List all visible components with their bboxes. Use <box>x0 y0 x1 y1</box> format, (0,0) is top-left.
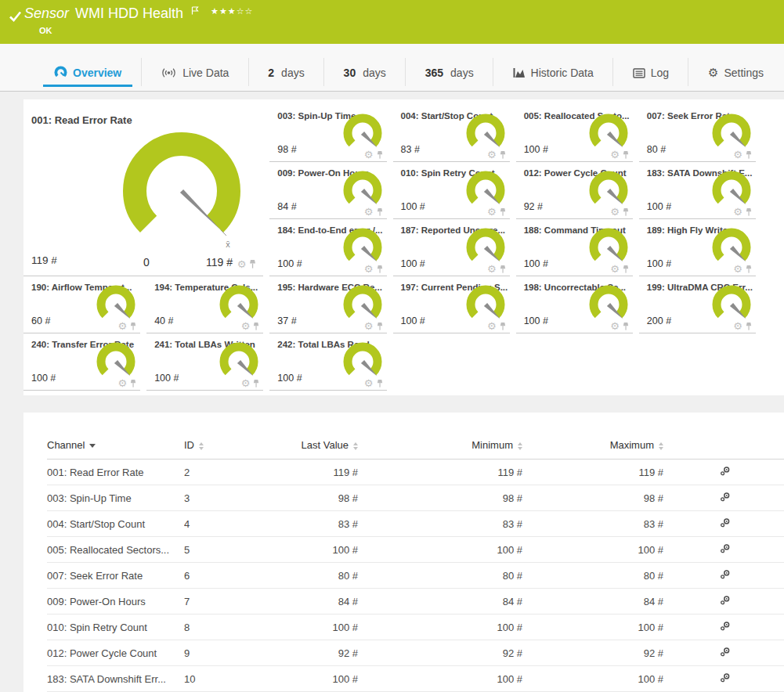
pin-icon[interactable] <box>622 265 630 274</box>
gauge-panel[interactable]: 197: Current Pending S... 100 # ⚙ <box>393 276 510 333</box>
pin-icon[interactable] <box>622 150 630 160</box>
channel-settings-gear-icon[interactable]: ⚙ <box>118 378 128 388</box>
pin-icon[interactable] <box>129 322 137 331</box>
tab-settings[interactable]: ⚙ Settings <box>697 67 775 91</box>
rating-stars[interactable]: ★★★☆☆ <box>211 6 253 16</box>
pin-icon[interactable] <box>745 207 753 217</box>
channel-settings-gear-icon[interactable]: ⚙ <box>487 150 497 160</box>
channel-settings-gear-icon[interactable]: ⚙ <box>610 207 620 217</box>
pin-icon[interactable] <box>622 322 630 331</box>
gauge-panel[interactable]: 012: Power Cycle Count 92 # ⚙ <box>516 162 633 219</box>
gauge-panel[interactable]: 005: Reallocated Secto... 100 # ⚙ <box>516 105 633 162</box>
pin-icon[interactable] <box>376 379 384 388</box>
channel-settings-gear-icon[interactable]: ⚙ <box>118 321 128 331</box>
gauge-panel[interactable]: 195: Hardware ECC Re... 37 # ⚙ <box>269 276 386 333</box>
pin-icon[interactable] <box>376 322 384 331</box>
edit-channel-gears-icon[interactable] <box>720 647 731 657</box>
channel-settings-gear-icon[interactable]: ⚙ <box>487 321 497 331</box>
column-header-minimum[interactable]: Minimum <box>364 436 529 460</box>
edit-channel-gears-icon[interactable] <box>720 595 731 605</box>
channel-settings-gear-icon[interactable]: ⚙ <box>733 207 742 217</box>
gauge-panel[interactable]: 184: End-to-End error /... 100 # ⚙ <box>269 219 386 276</box>
edit-channel-gears-icon[interactable] <box>720 517 731 528</box>
pin-icon[interactable] <box>622 207 630 217</box>
table-row[interactable]: 183: SATA Downshift Err... 10 100 # 100 … <box>47 666 784 692</box>
pin-icon[interactable] <box>248 259 257 269</box>
edit-channel-gears-icon[interactable] <box>720 466 731 476</box>
pin-icon[interactable] <box>129 379 137 388</box>
channel-settings-gear-icon[interactable]: ⚙ <box>733 321 742 331</box>
gauge-panel[interactable]: 241: Total LBAs Written 100 # ⚙ <box>146 333 263 391</box>
table-row[interactable]: 005: Reallocated Sectors... 5 100 # 100 … <box>47 537 784 563</box>
column-header-id[interactable]: ID <box>184 436 258 460</box>
channel-settings-gear-icon[interactable]: ⚙ <box>241 378 251 388</box>
gauge-panel[interactable]: 004: Start/Stop Count 83 # ⚙ <box>393 105 510 162</box>
gauge-panel-primary[interactable]: 001: Read Error Rate x̄ 0 119 # 119 # ⚙ <box>23 105 263 276</box>
gauge-panel[interactable]: 010: Spin Retry Count 100 # ⚙ <box>393 162 510 219</box>
table-row[interactable]: 004: Start/Stop Count 4 83 # 83 # 83 # <box>47 511 784 537</box>
channel-settings-gear-icon[interactable]: ⚙ <box>733 264 742 274</box>
pin-icon[interactable] <box>376 265 384 274</box>
edit-channel-gears-icon[interactable] <box>720 569 731 579</box>
gauge-panel[interactable]: 189: High Fly Writes 100 # ⚙ <box>639 219 756 276</box>
table-row[interactable]: 009: Power-On Hours 7 84 # 84 # 84 # <box>47 589 784 615</box>
flag-icon[interactable] <box>191 6 200 15</box>
table-row[interactable]: 010: Spin Retry Count 8 100 # 100 # 100 … <box>47 615 784 640</box>
edit-channel-gears-icon[interactable] <box>720 621 731 631</box>
gauge-panel[interactable]: 009: Power-On Hours 84 # ⚙ <box>269 162 386 219</box>
gauge-panel[interactable]: 190: Airflow Temperat... 60 # ⚙ <box>23 276 140 333</box>
column-header-last-value[interactable]: Last Value <box>258 436 364 460</box>
tab-live-data[interactable]: Live Data <box>150 67 240 91</box>
edit-channel-gears-icon[interactable] <box>720 672 731 683</box>
channel-settings-gear-icon[interactable]: ⚙ <box>364 378 374 388</box>
channel-settings-gear-icon[interactable]: ⚙ <box>364 321 374 331</box>
gauge-panel[interactable]: 240: Transfer Error Rate 100 # ⚙ <box>23 333 140 391</box>
column-header-channel[interactable]: Channel <box>47 436 184 460</box>
pin-icon[interactable] <box>376 207 384 217</box>
channel-settings-gear-icon[interactable]: ⚙ <box>733 150 742 160</box>
tab-30-days[interactable]: 30 days <box>333 67 397 91</box>
table-row[interactable]: 003: Spin-Up Time 3 98 # 98 # 98 # <box>47 485 784 511</box>
pin-icon[interactable] <box>376 150 384 160</box>
pin-icon[interactable] <box>745 265 753 274</box>
channel-settings-gear-icon[interactable]: ⚙ <box>364 207 374 217</box>
gauge-panel[interactable]: 198: Uncorrectable Se... 100 # ⚙ <box>516 276 633 333</box>
edit-channel-gears-icon[interactable] <box>720 492 731 502</box>
table-row[interactable]: 007: Seek Error Rate 6 80 # 80 # 80 # <box>47 563 784 589</box>
tab-2-days[interactable]: 2 days <box>257 67 315 91</box>
gauge-panel[interactable]: 007: Seek Error Rate 80 # ⚙ <box>639 105 756 162</box>
pin-icon[interactable] <box>499 150 507 160</box>
gauge-panel[interactable]: 187: Reported Uncorre... 100 # ⚙ <box>393 219 510 276</box>
tab-label: days <box>450 67 474 79</box>
channel-settings-gear-icon[interactable]: ⚙ <box>610 264 620 274</box>
column-header-maximum[interactable]: Maximum <box>529 436 670 460</box>
pin-icon[interactable] <box>745 150 753 160</box>
tab-log[interactable]: Log <box>622 67 680 91</box>
tab-overview[interactable]: Overview <box>43 66 132 91</box>
edit-channel-gears-icon[interactable] <box>720 543 731 553</box>
channel-settings-gear-icon[interactable]: ⚙ <box>241 321 251 331</box>
gauge-panel[interactable]: 194: Temperature Cels... 40 # ⚙ <box>146 276 263 333</box>
channel-settings-gear-icon[interactable]: ⚙ <box>610 150 620 160</box>
pin-icon[interactable] <box>499 265 507 274</box>
pin-icon[interactable] <box>499 207 507 217</box>
table-row[interactable]: 001: Read Error Rate 2 119 # 119 # 119 # <box>47 460 784 485</box>
pin-icon[interactable] <box>745 322 753 331</box>
gauge-panel[interactable]: 183: SATA Downshift E... 100 # ⚙ <box>639 162 756 219</box>
channel-settings-gear-icon[interactable]: ⚙ <box>487 207 497 217</box>
channel-settings-gear-icon[interactable]: ⚙ <box>487 264 497 274</box>
gauge-panel[interactable]: 199: UltraDMA CRC Err... 200 # ⚙ <box>639 276 756 333</box>
pin-icon[interactable] <box>499 322 507 331</box>
gauge-panel[interactable]: 003: Spin-Up Time 98 # ⚙ <box>269 105 386 162</box>
gauge-panel[interactable]: 242: Total LBAs Read 100 # ⚙ <box>269 333 386 391</box>
channel-settings-gear-icon[interactable]: ⚙ <box>610 321 620 331</box>
pin-icon[interactable] <box>252 379 260 388</box>
channel-settings-gear-icon[interactable]: ⚙ <box>364 264 374 274</box>
gauge-panel[interactable]: 188: Command Timeout 100 # ⚙ <box>516 219 633 276</box>
tab-365-days[interactable]: 365 days <box>414 67 485 91</box>
channel-settings-gear-icon[interactable]: ⚙ <box>364 150 374 160</box>
tab-historic-data[interactable]: Historic Data <box>502 67 605 91</box>
pin-icon[interactable] <box>252 322 260 331</box>
table-row[interactable]: 012: Power Cycle Count 9 92 # 92 # 92 # <box>47 640 784 666</box>
channel-settings-gear-icon[interactable]: ⚙ <box>237 259 247 269</box>
